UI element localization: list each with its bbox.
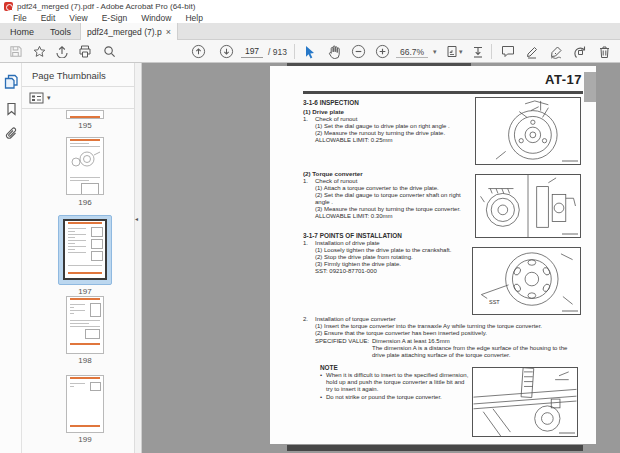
printer-icon <box>78 45 92 58</box>
step-text: SST: 09210-87701-000 <box>303 268 475 275</box>
thumbnail-page-198[interactable] <box>66 296 104 354</box>
document-viewer[interactable]: AT-17 3-1-6 INSPECTION (1) Drive plate 1… <box>142 63 620 453</box>
panel-collapse-icon[interactable]: ◂ <box>135 215 138 222</box>
tab-close-icon[interactable]: × <box>166 27 171 37</box>
thumbnail-label: 197 <box>66 287 104 296</box>
trash-icon <box>598 45 611 59</box>
figure-caption-mark <box>562 310 578 312</box>
tab-document[interactable]: pdf24_merged (7).p... × <box>80 23 178 40</box>
panel-title: Page Thumbnails <box>32 70 106 81</box>
scroll-mode-button[interactable] <box>468 42 488 61</box>
thumbnail-label: 196 <box>66 198 104 207</box>
menu-file[interactable]: File <box>6 13 34 23</box>
step-text: (1) Insert the torque converter into the… <box>303 323 585 330</box>
menu-view[interactable]: View <box>62 13 94 23</box>
note-item: When it is difficult to insert to the sp… <box>320 372 472 393</box>
acrobat-logo-icon <box>4 2 13 11</box>
highlight-button[interactable] <box>522 42 542 61</box>
thumbnail-page-196[interactable] <box>66 137 104 195</box>
figure-drive-plate-runout <box>475 97 581 165</box>
toolbar-separator <box>294 44 295 59</box>
step-number: 1. <box>303 116 315 123</box>
thumbnail-sketch <box>67 149 103 171</box>
step-number: 1. <box>303 240 315 247</box>
figure-sst-label: SST <box>489 299 500 305</box>
step-text: (3) Firmly tighten the drive plate. <box>303 261 475 268</box>
tab-document-label: pdf24_merged (7).p... <box>87 27 162 37</box>
thumbnail-page-197[interactable] <box>63 219 107 280</box>
tab-home[interactable]: Home <box>2 23 42 40</box>
page-up-icon <box>191 44 206 59</box>
zoom-level-value[interactable]: 66.7% <box>396 47 428 58</box>
thumbnail-options-button[interactable]: ▾ <box>29 91 53 105</box>
delete-pages-button[interactable] <box>594 42 614 61</box>
header-rule <box>303 91 583 94</box>
thumbnail-page-195[interactable] <box>66 110 104 119</box>
thumbnail-label: 195 <box>66 121 104 130</box>
figure-drive-plate-installation: SST <box>472 247 581 315</box>
panel-splitter[interactable] <box>134 63 142 453</box>
window-title: pdf24_merged (7).pdf - Adobe Acrobat Pro… <box>17 2 195 11</box>
comment-button[interactable] <box>498 42 518 61</box>
figure-caption-mark <box>562 233 578 235</box>
organize-pages-button[interactable] <box>570 42 590 61</box>
save-button[interactable] <box>5 42 25 61</box>
highlight-pen-icon <box>525 45 539 59</box>
step-text: (1) Loosely tighten the drive plate to t… <box>303 247 475 254</box>
share-button[interactable] <box>52 42 72 61</box>
search-icon <box>103 45 116 58</box>
organize-pages-icon <box>573 45 587 59</box>
star-icon <box>33 45 46 58</box>
step-number: 2. <box>303 316 315 323</box>
toolbar-separator <box>491 44 492 59</box>
attachments-panel-button[interactable] <box>3 126 19 142</box>
zoom-in-button[interactable] <box>372 42 392 61</box>
step-text: Check of runout <box>315 116 357 123</box>
specified-detail: The dimension A is a distance from the e… <box>372 345 572 359</box>
figure-torque-converter-insertion <box>472 367 578 437</box>
bookmarks-panel-button[interactable] <box>3 101 19 117</box>
page-down-icon <box>219 44 234 59</box>
page-fit-caret-icon[interactable]: ▾ <box>459 48 463 56</box>
menu-esign[interactable]: E-Sign <box>95 13 135 23</box>
page-total-label: / 913 <box>268 47 287 57</box>
menu-edit[interactable]: Edit <box>34 13 63 23</box>
step-text: (1) Set the dial gauge to drive plate on… <box>303 123 475 130</box>
step-text: Installation of drive plate <box>315 240 380 247</box>
menu-help[interactable]: Help <box>178 13 209 23</box>
sign-button[interactable] <box>546 42 566 61</box>
main-toolbar: / 913 66.7% ▾ ▾ <box>0 40 620 63</box>
workspace: Page Thumbnails × ▾ 195 196 <box>0 63 620 453</box>
thumbnail-page-199[interactable] <box>66 375 104 433</box>
find-button[interactable] <box>99 42 119 61</box>
menu-window[interactable]: Window <box>134 13 178 23</box>
note-item: Do not strike or pound the torque conver… <box>320 394 472 401</box>
thumbnail-label: 198 <box>66 356 104 365</box>
page-gap-strip <box>287 445 583 451</box>
specified-value: Dimension A at least 16.5mm <box>372 338 572 345</box>
scroll-mode-icon <box>471 45 485 59</box>
section-index-tab <box>584 72 596 102</box>
step-text: Check of runout <box>315 178 357 185</box>
title-bar: pdf24_merged (7).pdf - Adobe Acrobat Pro… <box>0 0 620 12</box>
zoom-out-icon <box>351 44 366 59</box>
page-thumbnails-panel-button[interactable] <box>3 73 19 89</box>
page-number-input[interactable] <box>241 45 263 58</box>
hand-tool-icon <box>328 45 341 59</box>
page-header-label: AT-17 <box>545 72 582 87</box>
select-tool-button[interactable] <box>300 42 320 61</box>
zoom-out-button[interactable] <box>348 42 368 61</box>
step-text: (1) Attach a torque converter to the dri… <box>303 185 475 192</box>
note-title: NOTE <box>320 364 472 371</box>
hand-tool-button[interactable] <box>324 42 344 61</box>
next-page-button[interactable] <box>216 42 236 61</box>
previous-page-button[interactable] <box>188 42 208 61</box>
tab-tools[interactable]: Tools <box>42 23 79 40</box>
step-text: ALLOWABLE LIMIT: 0.25mm <box>303 137 475 144</box>
zoom-dropdown-caret-icon[interactable]: ▾ <box>433 48 437 56</box>
favorite-button[interactable] <box>29 42 49 61</box>
thumbnail-label: 199 <box>66 435 104 444</box>
comment-bubble-icon <box>501 45 515 58</box>
zoom-in-icon <box>375 44 390 59</box>
print-button[interactable] <box>75 42 95 61</box>
